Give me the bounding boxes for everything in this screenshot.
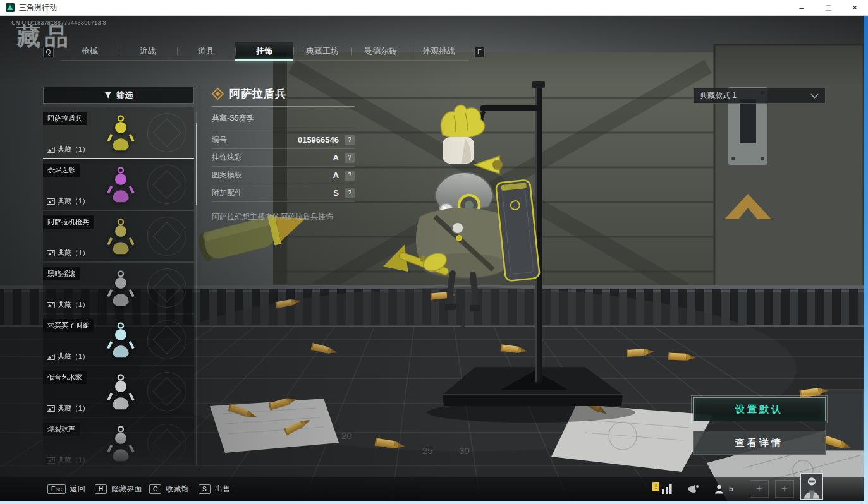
tab-firearms[interactable]: 枪械	[61, 42, 119, 61]
player-avatar[interactable]	[800, 473, 823, 500]
tab-appearance-challenge[interactable]: 外观挑战	[410, 42, 468, 61]
item-name: 低音艺术家	[43, 371, 87, 384]
shortcut-sell[interactable]: S 出售	[199, 477, 230, 501]
help-icon[interactable]: ?	[345, 188, 355, 198]
charm-thumbnail	[106, 426, 135, 462]
item-name: 爆裂鼓声	[43, 423, 80, 436]
list-item-dark-rock[interactable]: 黑暗摇滚 典藏（1）	[43, 263, 194, 313]
picture-icon	[47, 198, 55, 205]
close-button[interactable]: ×	[841, 0, 868, 16]
tab-charms[interactable]: 挂饰	[235, 42, 293, 61]
style-dropdown-value: 典藏款式 1	[700, 90, 737, 101]
picture-icon	[47, 457, 55, 464]
help-icon[interactable]: ?	[345, 135, 355, 145]
shortcut-label: 隐藏界面	[111, 484, 142, 495]
horn-icon[interactable]	[687, 483, 700, 495]
app-logo-icon	[6, 3, 15, 12]
list-item-ember-shadow[interactable]: 余烬之影 典藏（1）	[43, 159, 194, 210]
charm-thumbnail	[106, 322, 135, 359]
set-default-button[interactable]: 设置默认	[693, 397, 826, 421]
row-value: 015966546	[298, 135, 339, 145]
row-label: 编号	[212, 135, 227, 145]
season-label: 典藏-S5赛季	[212, 113, 355, 131]
picture-icon	[47, 302, 55, 308]
tab-next-key-hint: E	[474, 47, 485, 57]
faction-emblem-watermark	[147, 268, 186, 308]
mat-number: 25	[422, 445, 433, 456]
list-item-asara-shield[interactable]: 阿萨拉盾兵 典藏（1）	[43, 107, 194, 158]
detail-row-colorway: 挂饰炫彩 A ?	[212, 149, 355, 167]
detail-row-number: 编号 015966546 ?	[212, 131, 355, 149]
desktop: 三角洲行动 – ×	[0, 0, 868, 504]
charm-description: 阿萨拉幻想主题中的阿萨拉盾兵挂饰	[212, 212, 355, 222]
key-hint: H	[95, 484, 107, 494]
collection-badge-label: 典藏（1）	[58, 300, 89, 309]
key-hint: Esc	[47, 484, 66, 494]
tab-mandel-brick[interactable]: 曼德尔砖	[351, 42, 410, 61]
tab-melee[interactable]: 近战	[119, 42, 177, 61]
empty-team-slot[interactable]: +	[750, 480, 769, 498]
scrollbar-thumb[interactable]	[196, 123, 197, 205]
item-name: 黑暗摇滚	[43, 267, 80, 280]
help-icon[interactable]: ?	[345, 171, 355, 181]
shortcut-hide-ui[interactable]: H 隐藏界面	[95, 477, 142, 501]
avatar-portrait	[801, 474, 822, 499]
list-item-asara-machinegunner[interactable]: 阿萨拉机枪兵 典藏（1）	[43, 211, 194, 261]
empty-team-slot[interactable]: +	[775, 480, 794, 498]
detail-row-accessory: 附加配件 S ?	[212, 184, 355, 202]
shortcut-label: 收藏馆	[166, 484, 188, 495]
shortcut-back[interactable]: Esc 返回	[47, 477, 85, 501]
charm-title: 阿萨拉盾兵	[229, 87, 286, 101]
sidebar-scrollbar[interactable]	[196, 112, 197, 465]
restore-icon	[826, 5, 831, 11]
faction-emblem-watermark	[147, 113, 186, 152]
list-item-beg-buy[interactable]: 求买买了叫爹 典藏（1）	[43, 315, 194, 365]
player-uid: CN UID:18378188777443300713 8	[11, 20, 106, 26]
chevron-down-icon	[810, 93, 819, 99]
charm-thumbnail	[106, 167, 135, 203]
collection-badge: 典藏（1）	[47, 196, 89, 206]
style-dropdown[interactable]: 典藏款式 1	[693, 88, 826, 104]
view-details-button[interactable]: 查看详情	[693, 431, 826, 455]
collection-badge-label: 典藏（1）	[58, 455, 89, 465]
collection-diamond-icon	[212, 88, 224, 100]
mat-number: 30	[459, 445, 470, 456]
shortcut-label: 返回	[70, 484, 85, 495]
filter-button[interactable]: 筛选	[43, 87, 194, 104]
maximize-button[interactable]	[815, 0, 841, 16]
faction-emblem-watermark	[147, 165, 186, 204]
charm-thumbnail	[106, 219, 135, 255]
list-item-bass-artist[interactable]: 低音艺术家 典藏（1）	[43, 366, 194, 417]
tab-collection-workshop[interactable]: 典藏工坊	[293, 42, 351, 61]
minimize-button[interactable]: –	[788, 0, 815, 16]
mat-number: 20	[341, 430, 352, 441]
charm-thumbnail	[106, 270, 135, 307]
item-name: 求买买了叫爹	[43, 319, 94, 332]
charm-list: 阿萨拉盾兵 典藏（1） 余烬之影 典藏（1）	[43, 107, 194, 471]
collection-badge: 典藏（1）	[47, 404, 89, 413]
funnel-icon	[104, 92, 112, 99]
collection-badge-label: 典藏（1）	[58, 352, 89, 361]
stats-icon[interactable]	[661, 484, 673, 494]
category-tabbar: 枪械 近战 道具 挂饰 典藏工坊 曼德尔砖 外观挑战	[61, 42, 468, 61]
item-name: 阿萨拉盾兵	[43, 112, 87, 125]
game-viewport: 25 20 25 30	[0, 16, 864, 501]
row-value: A	[333, 171, 339, 180]
row-label: 图案模板	[212, 170, 242, 181]
key-hint: S	[199, 484, 211, 494]
collection-badge-label: 典藏（1）	[58, 196, 89, 206]
list-item-burst-drums[interactable]: 爆裂鼓声 典藏（1）	[43, 418, 194, 469]
faction-emblem-watermark	[147, 217, 186, 256]
collection-badge: 典藏（1）	[47, 248, 89, 258]
row-label: 挂饰炫彩	[212, 152, 242, 163]
faction-emblem-watermark	[147, 320, 186, 359]
picture-icon	[47, 354, 55, 360]
charm-list-sidebar: 筛选 阿萨拉盾兵 典藏（1） 余烬之影	[43, 87, 194, 471]
tab-items[interactable]: 道具	[177, 42, 235, 61]
shortcut-collection-hall[interactable]: C 收藏馆	[149, 477, 188, 501]
help-icon[interactable]: ?	[345, 153, 355, 163]
window-title: 三角洲行动	[19, 3, 788, 13]
team-icon[interactable]	[713, 484, 725, 494]
panel-divider	[199, 87, 199, 469]
row-value: A	[333, 153, 339, 162]
